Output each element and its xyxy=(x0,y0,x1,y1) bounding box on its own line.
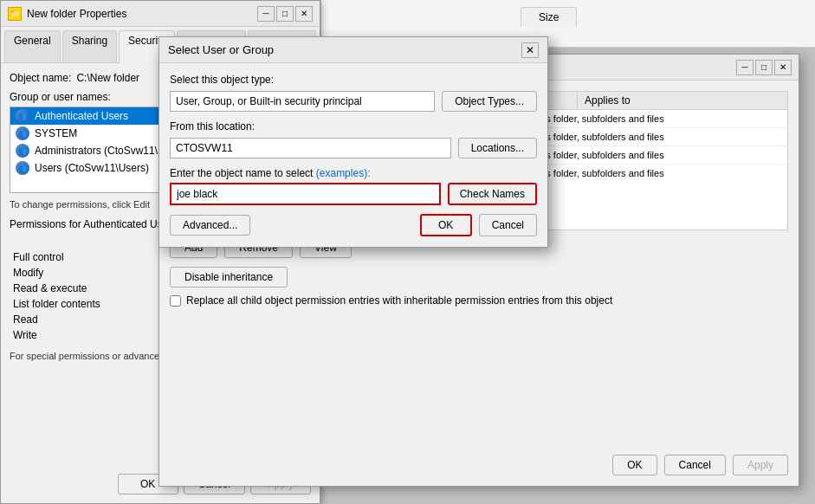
user-name-system: SYSTEM xyxy=(35,127,77,139)
replace-checkbox-label: Replace all child object permission entr… xyxy=(186,294,612,307)
from-location-row: Locations... xyxy=(170,138,537,158)
name-input-row: Check Names xyxy=(170,183,537,205)
replace-checkbox-row: Replace all child object permission entr… xyxy=(170,294,788,307)
adv-minimize-btn[interactable]: ─ xyxy=(736,60,754,75)
from-location-input[interactable] xyxy=(170,138,451,158)
dialog-ok-btn[interactable]: OK xyxy=(420,214,472,236)
adv-applies-users: This folder, subfolders and files xyxy=(526,147,787,163)
properties-title: New folder Properties xyxy=(27,8,126,20)
dialog-title-text: Select User or Group xyxy=(168,43,274,56)
from-location-label: From this location: xyxy=(170,120,537,132)
properties-title-bar: 📁 New folder Properties ─ □ ✕ xyxy=(1,1,320,27)
adv-close-btn[interactable]: ✕ xyxy=(774,60,792,75)
advanced-btn[interactable]: Advanced... xyxy=(170,215,250,236)
adv-title-controls: ─ □ ✕ xyxy=(736,60,792,75)
dialog-content: Select this object type: Object Types...… xyxy=(159,63,547,247)
dialog-cancel-btn[interactable]: Cancel xyxy=(479,214,537,236)
user-icon-system: 👥 xyxy=(16,126,29,140)
user-icon-administrators: 👥 xyxy=(16,144,29,158)
object-types-btn[interactable]: Object Types... xyxy=(442,91,537,112)
replace-checkbox[interactable] xyxy=(170,295,181,307)
dialog-ok-cancel: OK Cancel xyxy=(420,214,537,236)
minimize-btn[interactable]: ─ xyxy=(257,6,275,22)
locations-btn[interactable]: Locations... xyxy=(458,138,537,158)
adv-applies-system: This folder, subfolders and files xyxy=(526,111,787,126)
maximize-btn[interactable]: □ xyxy=(276,6,294,22)
name-input[interactable] xyxy=(170,183,441,205)
check-names-btn[interactable]: Check Names xyxy=(448,183,537,205)
object-type-input[interactable] xyxy=(170,91,435,112)
adv-maximize-btn[interactable]: □ xyxy=(755,60,773,75)
adv-applies-administrators: This folder, subfolders and files xyxy=(526,129,787,145)
adv-applies-authenticated: This folder, subfolders and files xyxy=(526,165,787,181)
adv-apply-btn[interactable]: Apply xyxy=(733,455,788,475)
enter-name-label: Enter the object name to select xyxy=(170,167,313,179)
title-bar-left: 📁 New folder Properties xyxy=(8,7,126,21)
title-bar-controls: ─ □ ✕ xyxy=(257,6,313,22)
tab-general[interactable]: General xyxy=(4,30,61,62)
adv-ok-btn[interactable]: OK xyxy=(612,455,657,475)
col-header-applies: Applies to xyxy=(578,92,787,109)
tab-sharing[interactable]: Sharing xyxy=(62,30,117,62)
user-name-users: Users (CtoSvw11\Users) xyxy=(35,162,149,174)
object-name-value: C:\New folder xyxy=(76,72,139,84)
select-user-dialog: Select User or Group ✕ Select this objec… xyxy=(158,36,548,248)
adv-bottom-buttons: OK Cancel Apply xyxy=(612,455,788,475)
user-icon-users: 👥 xyxy=(16,161,29,175)
disable-inheritance-btn[interactable]: Disable inheritance xyxy=(170,267,288,288)
object-type-row: Object Types... xyxy=(170,91,537,112)
size-tab[interactable]: Size xyxy=(521,7,577,27)
user-name-authenticated: Authenticated Users xyxy=(35,110,128,122)
dialog-close-btn[interactable]: ✕ xyxy=(521,42,539,58)
dialog-bottom-row: Advanced... OK Cancel xyxy=(170,214,537,236)
object-name-label: Object name: xyxy=(10,72,71,84)
dialog-title-bar: Select User or Group ✕ xyxy=(159,37,547,63)
examples-link[interactable]: (examples): xyxy=(316,167,371,179)
object-type-label: Select this object type: xyxy=(170,74,537,86)
close-btn[interactable]: ✕ xyxy=(295,6,313,22)
enter-name-row: Enter the object name to select (example… xyxy=(170,167,537,179)
folder-icon: 📁 xyxy=(8,7,22,21)
user-icon-authenticated: 👥 xyxy=(16,109,29,123)
adv-cancel-btn[interactable]: Cancel xyxy=(664,455,726,475)
user-name-administrators: Administrators (CtoSvw11\ xyxy=(35,145,158,157)
